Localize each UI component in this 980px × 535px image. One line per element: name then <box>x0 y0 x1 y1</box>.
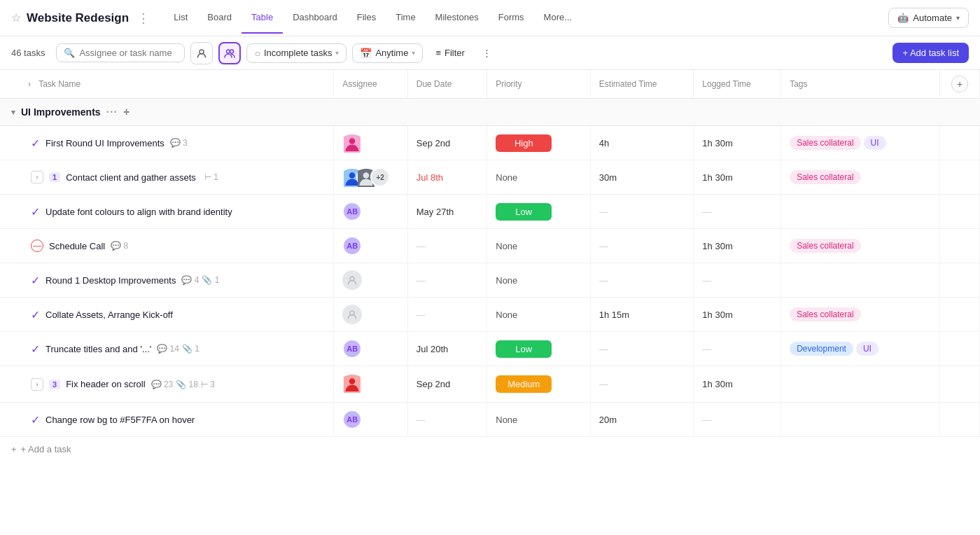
tags-cell <box>781 263 940 298</box>
chevron-down-icon: ▾ <box>335 49 339 57</box>
add-column-button[interactable]: + <box>951 76 968 92</box>
avatar-overflow: +2 <box>370 167 390 187</box>
tab-table[interactable]: Table <box>241 2 283 34</box>
robot-icon: 🤖 <box>897 13 909 23</box>
est-time-cell: 4h <box>590 126 694 160</box>
chevron-down-icon: ▾ <box>412 49 415 57</box>
add-task-button[interactable]: + + Add a task <box>11 444 969 454</box>
task-meta: ⊢ 1 <box>202 172 218 182</box>
expand-subtasks-button[interactable]: › <box>31 171 43 183</box>
subtask-icon: ⊢ 1 <box>204 172 218 182</box>
tag: Sales collateral <box>790 307 860 321</box>
priority-cell: None <box>487 229 591 263</box>
task-name-cell: ✓ Change row bg to #F5F7FA on hover <box>0 403 334 437</box>
priority-cell: Medium <box>487 366 591 403</box>
task-status-icon[interactable]: — <box>31 239 43 252</box>
tag: UI <box>864 136 886 150</box>
filter-button[interactable]: ≡ Filter <box>428 44 471 62</box>
search-box[interactable]: 🔍 <box>56 43 185 62</box>
table-row: ✓ Round 1 Desktop Improvements 💬 4 📎 1 —… <box>0 263 980 298</box>
table-row: › 3 Fix header on scroll 💬 23 📎 18 ⊢ 3 <box>0 366 980 403</box>
logged-time-cell: — <box>694 332 781 366</box>
anytime-filter[interactable]: 📅 Anytime ▾ <box>352 43 423 63</box>
avatar <box>342 373 362 393</box>
subtask-count-badge: 3 <box>49 380 60 389</box>
task-status-icon[interactable]: ✓ <box>31 342 40 356</box>
col-header-add[interactable]: + <box>940 70 980 99</box>
filter-label: Filter <box>444 48 465 58</box>
priority-none: None <box>496 415 517 425</box>
logged-time-dash: — <box>702 275 711 286</box>
more-options-button[interactable]: ⋮ <box>477 43 497 63</box>
svg-point-8 <box>363 172 370 179</box>
due-date-dash: — <box>416 275 426 286</box>
add-task-label: + Add a task <box>21 444 71 454</box>
incomplete-tasks-filter[interactable]: ○ Incomplete tasks ▾ <box>246 43 346 63</box>
plus-icon: + <box>11 444 17 454</box>
top-bar: ☆ Website Redesign ⋮ List Board Table Da… <box>0 0 980 36</box>
task-status-icon[interactable]: ✓ <box>31 308 40 321</box>
tab-forms[interactable]: Forms <box>489 2 534 34</box>
group-add-icon[interactable]: + <box>123 106 130 118</box>
due-date-cell: May 27th <box>407 195 487 229</box>
avatar-empty <box>342 270 362 290</box>
tab-files[interactable]: Files <box>347 2 386 34</box>
tab-time[interactable]: Time <box>386 2 425 34</box>
priority-cell: None <box>487 403 591 437</box>
task-status-icon[interactable]: ✓ <box>31 137 40 150</box>
tag: UI <box>856 342 878 356</box>
subtask-icon: ⊢ 3 <box>201 380 215 389</box>
task-name: Round 1 Desktop Improvements <box>46 275 176 286</box>
estimated-time: 20m <box>599 415 617 425</box>
priority-cell: None <box>487 263 591 298</box>
tags-cell: Sales collateral <box>781 160 940 195</box>
subtask-count-badge: 1 <box>49 172 60 182</box>
table-row: ✓ Truncate titles and and '...' 💬 14 📎 1… <box>0 332 980 366</box>
group-chevron-icon[interactable]: ▾ <box>11 108 15 117</box>
tags-cell: Sales collateral UI <box>781 126 940 160</box>
assignee-single-button[interactable] <box>190 42 213 64</box>
col-header-tags: Tags <box>781 70 940 99</box>
estimated-time-dash: — <box>599 241 608 251</box>
search-input[interactable] <box>79 48 177 58</box>
task-status-icon[interactable]: ✓ <box>31 205 40 218</box>
table-row: › 1 Contact client and gather assets ⊢ 1 <box>0 160 980 195</box>
logged-time-dash: — <box>702 207 711 217</box>
avatar-empty <box>342 305 362 324</box>
expand-col-icon[interactable]: › <box>28 79 31 89</box>
comment-icon: 💬 14 <box>157 344 179 354</box>
task-status-icon[interactable]: ✓ <box>31 413 40 426</box>
group-more-icon[interactable]: ··· <box>106 106 118 118</box>
assignee-group-button[interactable] <box>218 42 241 64</box>
priority-cell: Low <box>487 332 591 366</box>
row-actions-cell <box>940 160 980 195</box>
avatar <box>342 133 362 153</box>
more-menu-icon[interactable]: ⋮ <box>137 11 150 26</box>
svg-point-4 <box>349 138 356 144</box>
tab-dashboard[interactable]: Dashboard <box>283 2 347 34</box>
tab-list[interactable]: List <box>164 2 197 34</box>
task-name-col-label: Task Name <box>38 79 80 89</box>
logged-time: 1h 30m <box>702 379 732 389</box>
priority-badge: High <box>496 134 552 152</box>
logged-time: 1h 30m <box>702 241 732 251</box>
estimated-time: 30m <box>599 172 617 183</box>
task-name: Update font colours to align with brand … <box>46 207 232 217</box>
due-date: Sep 2nd <box>416 379 450 389</box>
priority-none: None <box>496 172 517 183</box>
table-row: ✓ Update font colours to align with bran… <box>0 195 980 229</box>
tab-milestones[interactable]: Milestones <box>426 2 489 34</box>
tab-board[interactable]: Board <box>197 2 241 34</box>
row-actions-cell <box>940 366 980 403</box>
automate-button[interactable]: 🤖 Automate ▾ <box>888 8 969 28</box>
star-icon[interactable]: ☆ <box>11 11 21 25</box>
add-task-list-button[interactable]: + Add task list <box>892 43 969 63</box>
logged-time-cell: 1h 30m <box>694 366 781 403</box>
nav-tabs: List Board Table Dashboard Files Time Mi… <box>164 2 883 34</box>
logged-time-dash: — <box>702 415 711 425</box>
task-status-icon[interactable]: ✓ <box>31 274 40 287</box>
col-header-estimated-time: Estimated Time <box>590 70 694 99</box>
expand-subtasks-button[interactable]: › <box>31 378 43 391</box>
due-date: Jul 20th <box>416 344 449 354</box>
tab-more[interactable]: More... <box>534 2 582 34</box>
